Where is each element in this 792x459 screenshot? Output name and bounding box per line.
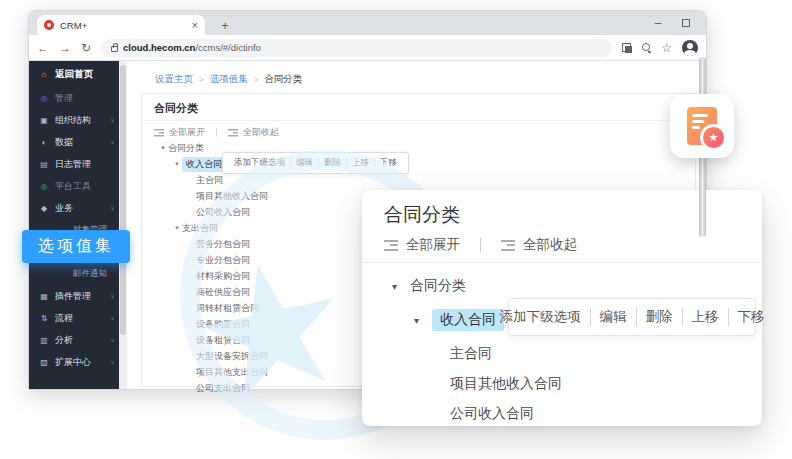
tree-income-label-highlighted[interactable]: 收入合同 — [182, 157, 226, 172]
sidebar-item-icon: ◎ — [39, 182, 49, 191]
sidebar-item-icon: ▥ — [39, 336, 49, 345]
breadcrumb-dict-link[interactable]: 选项值集 — [210, 73, 248, 86]
overlay-page-title: 合同分类 — [384, 202, 460, 228]
sidebar-selected-callout[interactable]: 选项值集 — [22, 230, 130, 263]
expand-all-icon — [384, 240, 398, 251]
profile-avatar[interactable] — [682, 40, 698, 56]
sidebar-item[interactable]: ⇅ 流程 ∨ — [29, 307, 119, 329]
sidebar-item[interactable]: ▣ 组织结构 ∨ — [29, 109, 119, 131]
sidebar-item[interactable]: ⌂ 返回首页 — [29, 61, 119, 87]
sidebar-item[interactable]: ▦ 插件管理 ∨ — [29, 285, 119, 307]
sidebar-item-icon: ◎ — [39, 94, 49, 103]
sidebar-item-label: 邮件通知 — [73, 268, 109, 280]
overlay-context-menu: 添加下级选项编辑删除上移下移 — [508, 298, 756, 336]
sidebar-item[interactable]: ▤ 日志管理 — [29, 153, 119, 175]
context-menu-item[interactable]: 上移 — [682, 308, 728, 326]
star-badge-icon: ★ — [700, 124, 727, 151]
new-tab-button[interactable]: + — [215, 15, 235, 35]
url-field[interactable]: cloud.hecom.cn/ccms/#/dictinfo — [101, 39, 612, 57]
collapse-all-icon — [501, 240, 515, 251]
chevron-down-icon: ∨ — [110, 139, 115, 145]
tab-strip: CRM+ × + – — [29, 11, 706, 35]
tree-income-row[interactable]: ▾ 收入合同 添加下级选项编辑删除上移下移 — [150, 156, 687, 172]
sidebar-item-icon: ◐ — [39, 138, 49, 147]
browser-tab[interactable]: CRM+ × — [37, 15, 205, 35]
sidebar-item-icon: ▤ — [39, 160, 49, 169]
tab-title: CRM+ — [60, 20, 186, 31]
collapse-all-icon — [228, 129, 238, 137]
sidebar-item-label: 组织结构 — [55, 114, 104, 127]
sidebar-item-label: 管理 — [55, 92, 109, 105]
sidebar-item-label: 数据 — [55, 136, 104, 149]
window-restore-button[interactable] — [672, 11, 700, 35]
sidebar-item-label: 返回首页 — [55, 68, 109, 81]
sidebar-item-label: 分析 — [55, 334, 104, 347]
caret-down-icon[interactable]: ▾ — [172, 160, 182, 168]
overlay-tree-item[interactable]: 主合同 — [450, 342, 492, 366]
zoom-icon[interactable] — [642, 43, 651, 52]
overlay-collapse-all-button[interactable]: 全部收起 — [523, 236, 577, 254]
sidebar-item[interactable]: ◐ 数据 ∨ — [29, 131, 119, 153]
context-menu-item[interactable]: 编辑 — [590, 308, 636, 326]
overlay-expand-all-button[interactable]: 全部展开 — [406, 236, 460, 254]
sidebar-item-label: 业务 — [55, 202, 104, 215]
page-title: 合同分类 — [154, 101, 198, 116]
chevron-down-icon: ∨ — [110, 293, 115, 299]
sidebar-item-icon: ▣ — [39, 116, 49, 125]
dict-feature-badge: ★ — [670, 94, 734, 158]
breadcrumb-separator: > — [254, 75, 259, 84]
translate-icon[interactable] — [622, 43, 632, 53]
collapse-all-button[interactable]: 全部收起 — [243, 126, 279, 139]
breadcrumb-home-link[interactable]: 设置主页 — [155, 73, 193, 86]
sidebar-item[interactable]: ◎ 平台工具 — [29, 175, 119, 197]
window-minimize-button[interactable]: – — [644, 11, 672, 35]
sidebar-scrollbar-thumb[interactable] — [120, 65, 126, 335]
sidebar-item-icon: ▦ — [39, 292, 49, 301]
overlay-tree-item[interactable]: 公司收入合同 — [450, 402, 534, 426]
tree-item-label: 公司收入合同 — [450, 405, 534, 423]
reload-button[interactable]: ↻ — [81, 42, 91, 54]
restore-icon — [682, 19, 690, 27]
controls-divider — [216, 128, 217, 137]
stage: CRM+ × + – ← → ↻ cloud.hecom.cn/ccms/#/d… — [0, 0, 792, 459]
caret-down-icon[interactable]: ▾ — [414, 315, 432, 326]
expand-all-button[interactable]: 全部展开 — [169, 126, 205, 139]
overlay-tree-root-row[interactable]: ▾ 合同分类 — [392, 274, 466, 298]
caret-down-icon[interactable]: ▾ — [158, 144, 168, 152]
controls-divider — [480, 238, 481, 252]
overlay-tree-item[interactable]: 项目其他收入合同 — [450, 372, 562, 396]
sidebar-item-label: 平台工具 — [55, 180, 109, 193]
sidebar-item[interactable]: ▧ 扩展中心 ∨ — [29, 351, 119, 373]
chevron-down-icon: ∨ — [110, 337, 115, 343]
sidebar-list: ⌂ 返回首页 ◎ 管理 ▣ 组织结构 — [29, 61, 119, 373]
context-menu-item[interactable]: 下移 — [728, 308, 774, 326]
tree-root-label: 合同分类 — [168, 142, 204, 155]
caret-down-icon[interactable]: ▾ — [172, 224, 182, 232]
overlay-tree-root-label: 合同分类 — [410, 277, 466, 295]
sidebar-item[interactable]: 邮件通知 — [29, 263, 119, 285]
sidebar-item[interactable]: ◆ 业务 ∨ — [29, 197, 119, 219]
crm-favicon-icon — [44, 20, 54, 30]
context-menu-item[interactable]: 删除 — [636, 308, 682, 326]
tab-close-icon[interactable]: × — [192, 20, 198, 31]
chevron-down-icon: ∨ — [110, 117, 115, 123]
context-menu-item[interactable]: 添加下级选项 — [491, 308, 590, 326]
chevron-down-icon: ∨ — [110, 359, 115, 365]
lock-icon — [111, 46, 118, 52]
sidebar: ⌂ 返回首页 ◎ 管理 ▣ 组织结构 — [29, 61, 119, 389]
document-icon: ★ — [687, 107, 717, 145]
sidebar-item[interactable]: ◎ 管理 — [29, 87, 119, 109]
bookmark-star-icon[interactable]: ☆ — [661, 42, 672, 54]
forward-button[interactable]: → — [59, 42, 71, 54]
back-button[interactable]: ← — [37, 42, 49, 54]
address-bar: ← → ↻ cloud.hecom.cn/ccms/#/dictinfo ☆ — [29, 35, 706, 61]
overlay-divider — [362, 262, 762, 263]
sidebar-item[interactable]: ▥ 分析 ∨ — [29, 329, 119, 351]
title-divider — [142, 120, 695, 121]
overlay-tree-controls: 全部展开 全部收起 — [384, 236, 577, 254]
sidebar-item-label: 日志管理 — [55, 158, 109, 171]
sidebar-item-label: 扩展中心 — [55, 356, 104, 369]
sidebar-scrollbar[interactable] — [119, 61, 127, 389]
caret-down-icon[interactable]: ▾ — [392, 281, 410, 292]
sidebar-item-icon: ◆ — [39, 204, 49, 213]
